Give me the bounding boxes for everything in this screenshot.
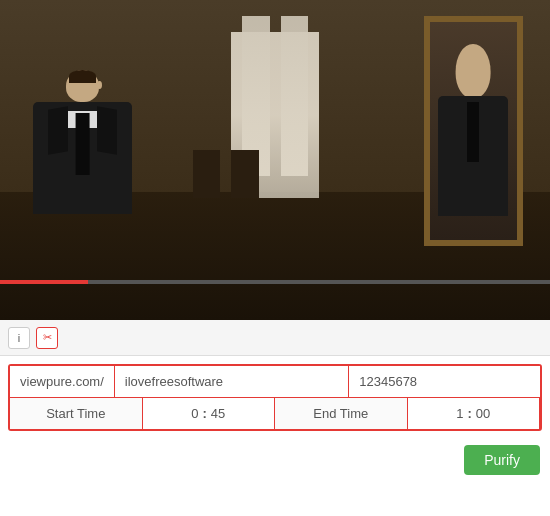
progress-fill <box>0 280 88 284</box>
portrait-frame <box>424 16 523 246</box>
start-time-separator: : <box>202 406 206 421</box>
purify-section: Purify <box>0 439 550 481</box>
url-prefix: viewpure.com/ <box>10 366 115 397</box>
start-time-value[interactable]: 0 : 45 <box>143 398 276 429</box>
person-head <box>66 70 99 102</box>
purify-button[interactable]: Purify <box>464 445 540 475</box>
chair-left <box>193 150 221 198</box>
end-time-seconds: 00 <box>476 406 490 421</box>
url-video-id[interactable]: ilovefreesoftware <box>115 366 349 397</box>
start-time-seconds: 45 <box>211 406 225 421</box>
progress-bar-container[interactable] <box>0 280 550 284</box>
start-time-minutes: 0 <box>191 406 198 421</box>
time-row: Start Time 0 : 45 End Time 1 : 00 <box>10 398 540 429</box>
info-button[interactable]: i <box>8 327 30 349</box>
url-section: viewpure.com/ ilovefreesoftware 12345678… <box>8 364 542 431</box>
person-body <box>33 102 132 214</box>
url-row: viewpure.com/ ilovefreesoftware 12345678 <box>10 366 540 398</box>
person-tie <box>75 113 90 175</box>
chair-right <box>231 150 259 198</box>
main-container: ▶ 🔊 0:45 / 4:32 i ✂ viewpure.com/ ilovef… <box>0 0 550 516</box>
person-seated <box>28 70 138 214</box>
portrait-person <box>430 22 517 240</box>
scissors-button[interactable]: ✂ <box>36 327 58 349</box>
video-player: ▶ 🔊 0:45 / 4:32 <box>0 0 550 320</box>
video-scene <box>0 0 550 320</box>
below-video-controls: i ✂ <box>0 320 550 356</box>
start-time-label: Start Time <box>10 398 143 429</box>
url-code[interactable]: 12345678 <box>349 366 540 397</box>
window-right-pane <box>281 16 309 176</box>
end-time-minutes: 1 <box>456 406 463 421</box>
progress-background <box>0 280 550 284</box>
end-time-value[interactable]: 1 : 00 <box>408 398 541 429</box>
end-time-separator: : <box>467 406 471 421</box>
end-time-label: End Time <box>275 398 408 429</box>
